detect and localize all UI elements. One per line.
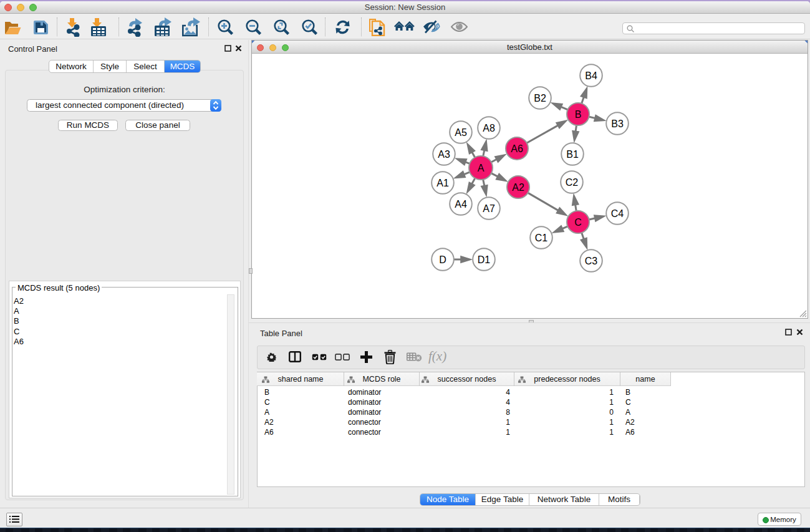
- svg-text:A2: A2: [512, 182, 524, 193]
- svg-text:B: B: [575, 109, 582, 120]
- svg-text:D: D: [439, 254, 446, 265]
- svg-text:B1: B1: [566, 149, 579, 160]
- svg-text:A7: A7: [483, 203, 495, 214]
- svg-text:A4: A4: [455, 199, 467, 210]
- svg-text:C: C: [574, 217, 582, 228]
- svg-text:A: A: [478, 163, 485, 173]
- svg-text:B4: B4: [585, 70, 597, 81]
- svg-text:A6: A6: [511, 143, 523, 154]
- svg-text:A8: A8: [483, 123, 495, 133]
- svg-text:B3: B3: [611, 118, 624, 129]
- svg-text:C4: C4: [611, 208, 624, 219]
- svg-text:A1: A1: [436, 178, 449, 188]
- svg-text:A3: A3: [438, 149, 450, 160]
- svg-text:A5: A5: [455, 127, 467, 138]
- svg-text:C3: C3: [585, 256, 598, 266]
- svg-text:C1: C1: [535, 233, 548, 243]
- svg-text:C2: C2: [566, 177, 579, 188]
- svg-text:D1: D1: [478, 254, 491, 265]
- svg-text:B2: B2: [534, 93, 546, 104]
